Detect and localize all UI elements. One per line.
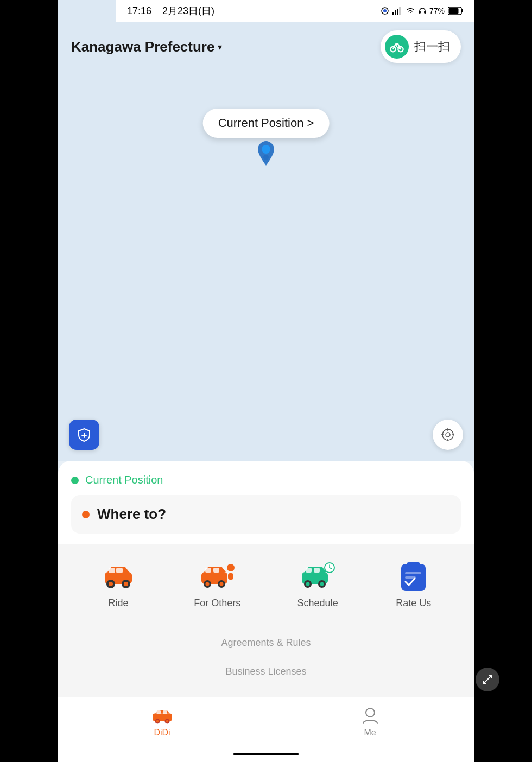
where-to-button[interactable]: Where to? [71,495,461,534]
nav-item-didi[interactable]: DiDi [58,697,266,746]
car-icon [102,562,135,589]
svg-rect-53 [405,572,421,574]
resize-icon [482,674,493,685]
action-item-schedule[interactable]: Schedule [297,560,338,609]
position-tooltip[interactable]: Current Position > [203,109,330,138]
quick-actions: Ride [58,544,474,618]
svg-point-30 [124,582,128,586]
status-bar: 17:16 2月23日(日) [116,0,474,22]
wifi-icon [406,7,415,15]
svg-line-63 [484,676,491,683]
svg-rect-42 [314,568,320,573]
svg-point-59 [156,720,159,722]
me-nav-icon [360,706,380,726]
svg-rect-5 [399,7,401,15]
ride-label: Ride [109,598,129,609]
scan-icon-circle [385,35,409,59]
where-to-text: Where to? [97,506,166,523]
svg-point-62 [366,708,375,717]
svg-point-37 [219,582,223,586]
svg-point-12 [398,47,403,52]
green-dot-icon [71,477,79,484]
bottom-nav: DiDi Me [58,697,474,746]
svg-point-19 [446,433,450,437]
action-item-for-others[interactable]: For Others [194,560,240,609]
status-time: 17:16 [127,5,151,17]
orange-dot-icon [82,511,90,518]
current-position-label: Current Position [85,474,163,486]
person-icon [362,707,378,725]
for-others-icon [198,560,236,592]
svg-rect-33 [213,568,219,573]
clipboard-check-icon [398,561,428,591]
status-date: 2月23日(日) [162,4,214,17]
nav-item-me[interactable]: Me [266,697,474,746]
svg-point-46 [320,582,324,586]
location-target-button[interactable] [433,420,463,450]
agreements-link[interactable]: Agreements & Rules [58,628,474,657]
me-nav-label: Me [364,728,376,738]
location-pin-icon [258,141,274,168]
schedule-icon [299,560,337,592]
resize-button[interactable] [476,668,499,691]
map-area[interactable]: Kanagawa Prefecture ▾ 扫一扫 [58,0,474,461]
svg-point-44 [306,582,309,586]
home-indicator [58,746,474,762]
svg-rect-26 [116,568,123,573]
scan-button[interactable]: 扫一扫 [381,30,461,63]
search-section: Current Position Where to? [58,461,474,544]
svg-rect-2 [392,12,394,15]
svg-rect-10 [461,9,463,12]
svg-rect-52 [407,562,420,568]
location-text: Kanagawa Prefecture [71,39,214,55]
for-others-label: For Others [194,598,240,609]
schedule-car-icon [300,562,335,589]
svg-rect-9 [449,8,459,14]
svg-rect-4 [397,9,398,15]
ride-icon [99,560,137,592]
svg-point-28 [109,582,113,586]
map-actions [58,420,474,450]
svg-point-15 [263,155,269,160]
bottom-panel: Current Position Where to? [58,461,474,762]
links-section: Agreements & Rules Business Licenses [58,618,474,697]
svg-rect-32 [205,568,211,573]
signal-icon [392,7,402,15]
app-header: Kanagawa Prefecture ▾ 扫一扫 [58,22,474,72]
svg-point-61 [166,720,168,722]
svg-point-38 [227,564,235,572]
didi-car-icon [153,708,172,724]
bike-icon [389,39,404,54]
map-marker [258,141,274,170]
didi-nav-label: DiDi [154,728,170,738]
svg-rect-56 [156,710,161,714]
action-item-rate-us[interactable]: Rate Us [395,560,433,609]
svg-rect-57 [162,710,167,714]
svg-rect-25 [109,568,115,573]
schedule-label: Schedule [297,598,338,609]
current-position-row: Current Position [71,474,461,486]
svg-rect-7 [424,11,426,14]
target-icon [440,427,455,442]
status-icons: 77% [381,7,463,15]
car-person-icon [200,562,235,589]
svg-point-1 [383,9,387,12]
scan-text: 扫一扫 [414,39,450,55]
position-tooltip-text: Current Position > [218,116,314,130]
action-item-ride[interactable]: Ride [99,560,137,609]
svg-rect-3 [395,10,396,15]
svg-point-35 [205,582,209,586]
svg-point-14 [262,145,270,154]
rate-us-icon [395,560,433,592]
svg-rect-6 [419,11,421,14]
data-icon [381,7,389,15]
business-link[interactable]: Business Licenses [58,657,474,686]
svg-point-11 [390,47,395,52]
headphone-icon [419,7,426,15]
didi-nav-icon [153,706,172,726]
location-selector[interactable]: Kanagawa Prefecture ▾ [71,39,222,55]
shield-plus-icon [77,427,92,442]
shield-plus-button[interactable] [69,420,99,450]
svg-point-13 [396,43,398,46]
rate-us-label: Rate Us [396,598,431,609]
